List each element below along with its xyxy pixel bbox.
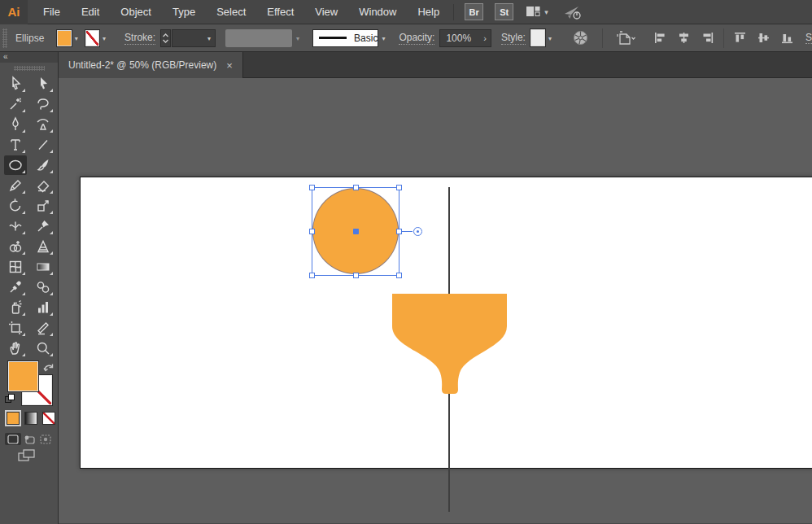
opacity-expand-icon[interactable]: › xyxy=(483,33,487,43)
control-bar-grip[interactable] xyxy=(2,28,7,48)
selection-handle[interactable] xyxy=(309,229,315,234)
draw-normal-button[interactable] xyxy=(5,433,21,445)
selection-tool[interactable] xyxy=(4,74,27,94)
chevron-down-icon[interactable]: ▾ xyxy=(75,35,78,42)
menu-item-object[interactable]: Object xyxy=(110,0,162,24)
chevron-down-icon[interactable]: ▾ xyxy=(103,35,106,42)
puppet-warp-tool[interactable] xyxy=(32,216,55,236)
lasso-tool[interactable] xyxy=(32,94,55,114)
pen-tool[interactable] xyxy=(4,115,27,134)
recolor-artwork-button[interactable] xyxy=(572,29,589,46)
zoom-tool[interactable] xyxy=(32,338,55,358)
tools-panel-grip[interactable] xyxy=(14,66,45,71)
direct-selection-tool[interactable] xyxy=(32,74,55,94)
transform-button[interactable] xyxy=(616,30,635,46)
graphic-style-swatch[interactable] xyxy=(530,29,545,46)
brush-definition-dropdown[interactable] xyxy=(225,29,292,47)
collapse-panel-icon[interactable]: « xyxy=(3,52,8,61)
swap-fill-stroke-button[interactable] xyxy=(43,361,55,376)
change-screen-mode-button[interactable] xyxy=(18,449,36,465)
none-button[interactable] xyxy=(42,412,55,425)
menu-item-edit[interactable]: Edit xyxy=(71,0,110,24)
tools-panel-header[interactable]: « xyxy=(0,52,58,63)
width-tool[interactable] xyxy=(4,216,27,236)
paintbrush-tool[interactable] xyxy=(32,155,55,175)
ellipse-tool[interactable] xyxy=(4,155,27,175)
stroke-weight-stepper[interactable] xyxy=(160,29,171,47)
symbol-sprayer-tool[interactable] xyxy=(4,298,27,317)
pencil-tool[interactable] xyxy=(4,176,27,195)
fill-color-swatch[interactable] xyxy=(57,30,71,46)
hand-tool[interactable] xyxy=(4,338,27,358)
gradient-button[interactable] xyxy=(24,412,37,425)
selection-handle[interactable] xyxy=(309,273,315,278)
eraser-tool[interactable] xyxy=(32,176,55,195)
canvas[interactable] xyxy=(59,78,812,523)
vertical-align-top-button[interactable] xyxy=(733,31,747,45)
puppet-warp-icon xyxy=(35,218,51,234)
chevron-down-icon[interactable]: ▾ xyxy=(382,35,385,42)
selection-handle[interactable] xyxy=(353,185,359,190)
funnel-shape[interactable] xyxy=(382,289,521,399)
opacity-label[interactable]: Opacity: xyxy=(399,32,434,45)
magic-wand-tool[interactable] xyxy=(4,94,27,114)
fill-proxy-swatch[interactable] xyxy=(8,361,38,391)
menu-item-select[interactable]: Select xyxy=(206,0,256,24)
fill-stroke-controls xyxy=(0,361,58,467)
selection-bounding-box[interactable] xyxy=(312,187,399,276)
horizontal-align-center-button[interactable] xyxy=(677,31,691,45)
slice-tool[interactable] xyxy=(32,318,55,338)
center-point-widget[interactable] xyxy=(353,229,359,234)
horizontal-align-left-button[interactable] xyxy=(653,31,667,45)
selection-handle[interactable] xyxy=(396,229,402,234)
document-tab[interactable]: Untitled-2* @ 50% (RGB/Preview) × xyxy=(59,52,243,78)
mesh-icon xyxy=(7,259,24,275)
draw-behind-button[interactable] xyxy=(21,433,37,445)
menu-item-window[interactable]: Window xyxy=(348,0,407,24)
chevron-down-icon[interactable]: ▾ xyxy=(548,35,552,42)
pie-widget-handle[interactable] xyxy=(413,227,422,236)
stroke-color-swatch[interactable] xyxy=(85,30,99,46)
vertical-align-bottom-button[interactable] xyxy=(780,31,794,45)
perspective-grid-tool[interactable] xyxy=(32,237,55,256)
selection-handle[interactable] xyxy=(353,273,359,278)
workspace-switcher[interactable]: ▾ xyxy=(526,6,548,18)
stroke-weight-field[interactable]: ▾ xyxy=(172,29,216,47)
shape-builder-tool[interactable] xyxy=(4,237,27,256)
color-button[interactable] xyxy=(7,412,20,425)
menu-item-help[interactable]: Help xyxy=(407,0,450,24)
draw-inside-button[interactable] xyxy=(37,433,54,445)
type-icon xyxy=(7,137,24,153)
scale-tool[interactable] xyxy=(32,196,55,216)
gpu-performance-button[interactable] xyxy=(563,4,583,20)
zoom-icon xyxy=(35,340,51,356)
menu-item-file[interactable]: File xyxy=(33,0,71,24)
vertical-align-center-button[interactable] xyxy=(757,31,771,45)
menu-item-effect[interactable]: Effect xyxy=(256,0,304,24)
menu-item-view[interactable]: View xyxy=(304,0,348,24)
selection-handle[interactable] xyxy=(396,273,402,278)
stroke-weight-label[interactable]: Stroke: xyxy=(124,32,155,45)
eyedropper-tool[interactable] xyxy=(4,277,27,297)
align-separator xyxy=(723,28,724,48)
style-label[interactable]: Style: xyxy=(501,32,526,45)
rotate-tool[interactable] xyxy=(4,196,27,216)
default-fill-stroke-button[interactable] xyxy=(5,394,15,404)
opacity-field[interactable]: 100% › xyxy=(439,29,491,47)
selection-handle[interactable] xyxy=(309,185,315,190)
horizontal-align-right-button[interactable] xyxy=(701,31,714,45)
stroke-style-dropdown[interactable]: Basic xyxy=(312,29,378,47)
menu-item-type[interactable]: Type xyxy=(162,0,206,24)
blend-tool[interactable] xyxy=(32,277,55,297)
curvature-tool[interactable] xyxy=(32,115,55,134)
gradient-tool[interactable] xyxy=(32,257,55,277)
line-segment-tool[interactable] xyxy=(32,135,55,155)
stock-button[interactable]: St xyxy=(495,3,513,20)
close-icon[interactable]: × xyxy=(226,59,233,72)
bridge-button[interactable]: Br xyxy=(465,3,483,20)
mesh-tool[interactable] xyxy=(4,257,27,277)
selection-handle[interactable] xyxy=(396,185,402,190)
artboard-tool[interactable] xyxy=(4,318,27,338)
type-tool[interactable] xyxy=(4,135,27,155)
column-graph-tool[interactable] xyxy=(32,298,55,317)
